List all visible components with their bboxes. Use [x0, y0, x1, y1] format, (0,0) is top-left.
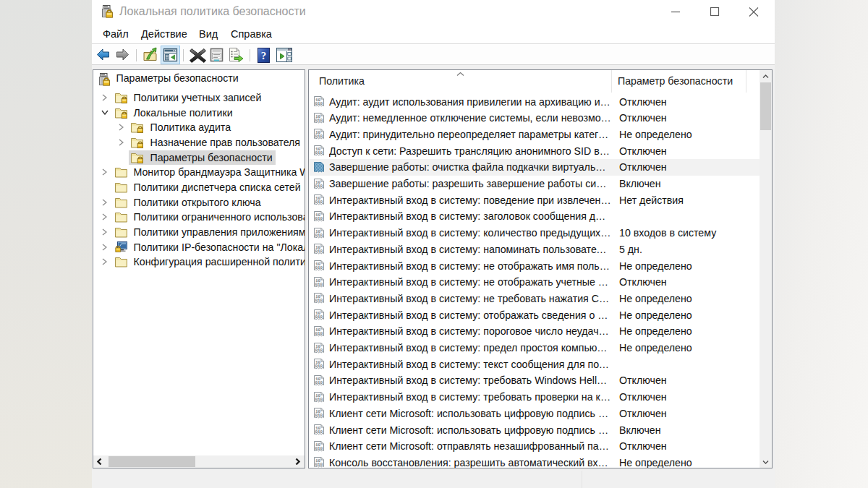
svg-text:010: 010	[315, 184, 323, 189]
svg-text:010: 010	[315, 429, 323, 435]
svg-text:010: 010	[315, 200, 323, 205]
svg-text:010: 010	[315, 331, 323, 336]
svg-text:010: 010	[315, 348, 323, 353]
svg-text:010: 010	[315, 298, 323, 303]
svg-text:?: ?	[261, 50, 267, 61]
svg-text:010: 010	[315, 265, 323, 270]
svg-text:010: 010	[315, 364, 323, 369]
svg-text:010: 010	[315, 216, 323, 221]
svg-text:010: 010	[315, 249, 323, 254]
svg-text:010: 010	[315, 118, 323, 123]
svg-text:010: 010	[315, 150, 323, 155]
svg-text:010: 010	[315, 446, 323, 451]
svg-text:010: 010	[315, 134, 323, 139]
svg-text:010: 010	[315, 233, 323, 238]
svg-text:010: 010	[315, 282, 323, 287]
svg-text:010: 010	[315, 397, 323, 402]
svg-text:010: 010	[315, 462, 323, 467]
svg-text:010: 010	[315, 101, 323, 106]
svg-text:010: 010	[315, 314, 323, 320]
svg-text:010: 010	[315, 413, 323, 418]
svg-text:010: 010	[315, 380, 323, 385]
